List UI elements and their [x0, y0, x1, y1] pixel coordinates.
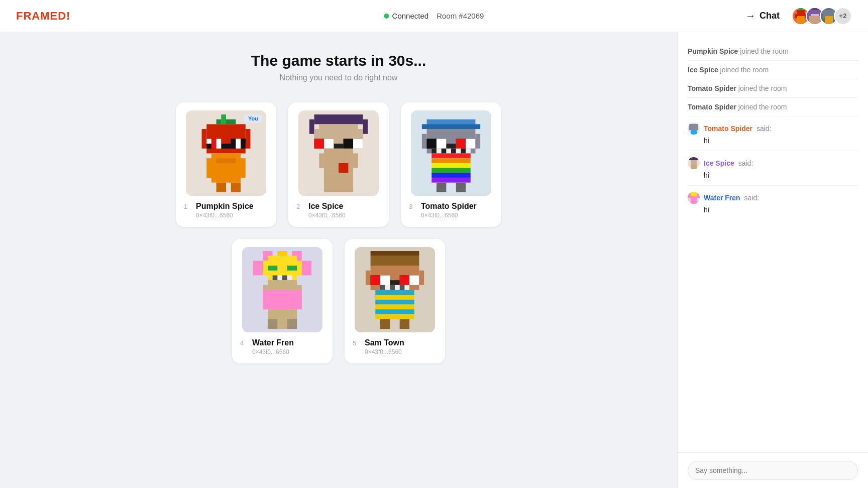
chat-join-name-pumpkin: Pumpkin Spice	[688, 47, 738, 55]
svg-rect-128	[697, 193, 700, 198]
player-name-5: Sam Town	[365, 338, 437, 347]
svg-rect-27	[241, 139, 246, 144]
svg-rect-69	[431, 153, 471, 158]
svg-rect-118	[375, 314, 414, 319]
water-fren-avatar	[247, 251, 317, 329]
game-subtitle: Nothing you need to do right now	[251, 73, 426, 82]
svg-rect-80	[253, 261, 263, 275]
svg-rect-73	[431, 173, 471, 178]
chat-said-row-tomato: Tomato Spider said:	[688, 123, 858, 135]
ice-spice-avatar	[303, 114, 374, 192]
svg-rect-28	[211, 153, 241, 182]
player-rank-3: 3	[409, 203, 412, 210]
svg-rect-23	[211, 139, 216, 148]
svg-rect-114	[375, 295, 414, 300]
svg-rect-42	[334, 144, 343, 149]
connected-badge: Connected	[384, 12, 429, 20]
player-card-inner-2: 2 Ice Spice 0×43f0...6560	[296, 110, 381, 219]
svg-rect-117	[375, 309, 414, 314]
game-area: The game starts in 30s... Nothing you ne…	[0, 32, 677, 488]
svg-rect-72	[431, 168, 471, 173]
svg-rect-84	[297, 261, 302, 275]
svg-rect-50	[339, 163, 348, 172]
svg-rect-74	[431, 177, 471, 182]
player-name-3: Tomato Spider	[421, 202, 493, 211]
player-name-4: Water Fren	[252, 338, 324, 347]
svg-rect-116	[375, 304, 414, 309]
chat-avatar-ice	[688, 157, 700, 169]
svg-rect-60	[427, 139, 437, 148]
svg-rect-34	[314, 114, 363, 124]
svg-rect-44	[324, 139, 334, 148]
svg-rect-55	[422, 134, 427, 148]
svg-rect-98	[371, 251, 419, 256]
svg-rect-8	[809, 16, 821, 24]
svg-rect-53	[422, 124, 480, 129]
player-rank-4: 4	[240, 339, 244, 347]
svg-rect-83	[263, 261, 268, 275]
chat-join-ice: Ice Spice joined the room	[688, 61, 858, 79]
svg-rect-124	[691, 160, 697, 165]
player-avatar-water	[242, 247, 322, 332]
svg-rect-43	[314, 139, 324, 148]
player-card-1: You	[176, 102, 276, 227]
svg-rect-17	[202, 129, 207, 149]
svg-rect-11	[821, 12, 823, 14]
player-rank-5: 5	[353, 339, 356, 347]
header-right: → Chat	[739, 7, 852, 25]
svg-rect-56	[475, 134, 480, 148]
chat-join-name-tomato-1: Tomato Spider	[688, 84, 736, 92]
svg-rect-110	[380, 285, 385, 290]
tomato-spider-avatar	[416, 114, 486, 192]
chat-panel: Pumpkin Spice joined the room Ice Spice …	[677, 32, 868, 488]
player-name-1: Pumpkin Spice	[196, 202, 268, 211]
pumpkin-spice-avatar	[191, 114, 261, 192]
chat-message-ice: Ice Spice said: hi	[688, 151, 858, 186]
svg-rect-67	[451, 148, 456, 153]
chat-said-row-ice: Ice Spice said:	[688, 157, 858, 169]
svg-rect-112	[400, 285, 405, 290]
player-address-2: 0×43f0...6560	[308, 212, 381, 219]
svg-rect-15	[226, 119, 236, 124]
player-name-2: Ice Spice	[308, 202, 381, 211]
svg-rect-5	[811, 8, 819, 10]
chat-toggle-button[interactable]: → Chat	[739, 7, 786, 25]
svg-rect-48	[319, 153, 324, 168]
players-grid-top: You	[176, 102, 501, 227]
player-info-3: 3 Tomato Spider 0×43f0...6560	[409, 202, 493, 219]
svg-rect-25	[231, 139, 236, 148]
svg-rect-96	[287, 319, 297, 328]
svg-rect-123	[689, 157, 698, 160]
svg-rect-106	[380, 275, 390, 285]
svg-rect-62	[456, 139, 466, 148]
svg-rect-24	[216, 139, 222, 148]
main-layout: The game starts in 30s... Nothing you ne…	[0, 32, 868, 488]
chat-username-ice: Ice Spice	[704, 159, 734, 167]
svg-rect-115	[375, 299, 414, 304]
svg-rect-97	[371, 256, 419, 265]
chat-said-text-water: said:	[744, 194, 759, 202]
chat-arrow-icon: →	[745, 10, 755, 22]
chat-message-water: Water Fren said: hi	[688, 186, 858, 220]
chat-said-text-tomato: said:	[756, 125, 772, 133]
player-info-4: 4 Water Fren 0×43f0...6560	[240, 338, 324, 355]
svg-rect-59	[446, 144, 456, 149]
svg-rect-100	[366, 270, 371, 285]
player-card-5: 5 Sam Town 0×43f0...6560	[345, 239, 445, 363]
chat-join-name-tomato-2: Tomato Spider	[688, 103, 736, 111]
chat-username-water: Water Fren	[704, 194, 740, 202]
svg-rect-1	[799, 8, 803, 10]
chat-said-text-ice: said:	[738, 159, 753, 167]
svg-rect-13	[221, 114, 226, 124]
svg-rect-32	[231, 182, 241, 192]
chat-body-tomato: hi	[688, 137, 858, 145]
svg-rect-75	[437, 182, 446, 192]
chat-join-text-tomato-1: joined the room	[738, 84, 787, 92]
sam-town-avatar	[360, 251, 430, 329]
chat-input[interactable]	[688, 461, 858, 480]
player-avatar-ice	[298, 110, 379, 196]
chat-username-tomato: Tomato Spider	[704, 125, 752, 133]
svg-rect-30	[241, 158, 246, 178]
svg-rect-26	[236, 139, 241, 148]
connected-label: Connected	[392, 12, 429, 20]
